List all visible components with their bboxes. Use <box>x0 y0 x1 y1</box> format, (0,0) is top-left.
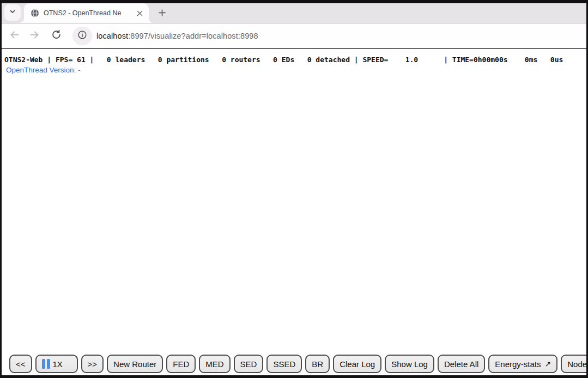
clear-log-button[interactable]: Clear Log <box>333 355 381 373</box>
node-stats-button[interactable]: Node-stats ↗ <box>561 355 586 373</box>
simulator-toolbar: << 1X >> New Router FED MED SED SSED BR … <box>9 355 586 373</box>
chevron-down-icon <box>9 8 16 17</box>
tab-close-icon[interactable] <box>135 8 144 18</box>
new-tab-button[interactable] <box>154 6 169 21</box>
fed-button[interactable]: FED <box>166 355 196 373</box>
simulator-status-line: OTNS2-Web | FPS= 61 | 0 leaders 0 partit… <box>2 49 586 64</box>
med-button[interactable]: MED <box>199 355 230 373</box>
reload-icon <box>51 29 62 42</box>
pause-icon <box>42 359 50 369</box>
tab-strip: OTNS2 - OpenThread Ne <box>2 3 586 23</box>
ssed-button[interactable]: SSED <box>266 355 302 373</box>
forward-button[interactable] <box>27 28 42 44</box>
browser-window: OTNS2 - OpenThread Ne <box>0 0 588 378</box>
back-button[interactable] <box>7 28 22 44</box>
reload-button[interactable] <box>49 28 64 44</box>
external-link-arrow-icon: ↗ <box>545 359 551 368</box>
speed-up-button[interactable]: >> <box>81 355 104 373</box>
back-arrow-icon <box>9 29 20 42</box>
address-input[interactable]: localhost:8997/visualize?addr=localhost:… <box>96 32 258 40</box>
plus-icon <box>158 9 166 19</box>
url-host: localhost <box>96 32 128 40</box>
br-button[interactable]: BR <box>305 355 330 373</box>
speed-down-button[interactable]: << <box>9 355 32 373</box>
globe-favicon-icon <box>31 9 39 17</box>
site-info-chip[interactable] <box>72 27 92 45</box>
url-path: :8997/visualize?addr=localhost:8998 <box>128 32 258 40</box>
forward-arrow-icon <box>29 29 40 42</box>
delete-all-button[interactable]: Delete All <box>438 355 485 373</box>
show-log-button[interactable]: Show Log <box>385 355 434 373</box>
new-router-button[interactable]: New Router <box>107 355 163 373</box>
speed-pause-button[interactable]: 1X <box>35 355 78 373</box>
energy-stats-button[interactable]: Energy-stats ↗ <box>488 355 557 373</box>
page-content: OTNS2-Web | FPS= 61 | 0 leaders 0 partit… <box>2 49 586 375</box>
sed-button[interactable]: SED <box>234 355 264 373</box>
address-bar: localhost:8997/visualize?addr=localhost:… <box>2 23 586 48</box>
speed-label: 1X <box>53 359 63 369</box>
openthread-version-link[interactable]: OpenThread Version: - <box>6 66 81 74</box>
tab-search-button[interactable] <box>4 4 21 21</box>
browser-tab[interactable]: OTNS2 - OpenThread Ne <box>24 3 149 23</box>
info-icon <box>77 30 87 42</box>
tab-title: OTNS2 - OpenThread Ne <box>44 9 131 17</box>
